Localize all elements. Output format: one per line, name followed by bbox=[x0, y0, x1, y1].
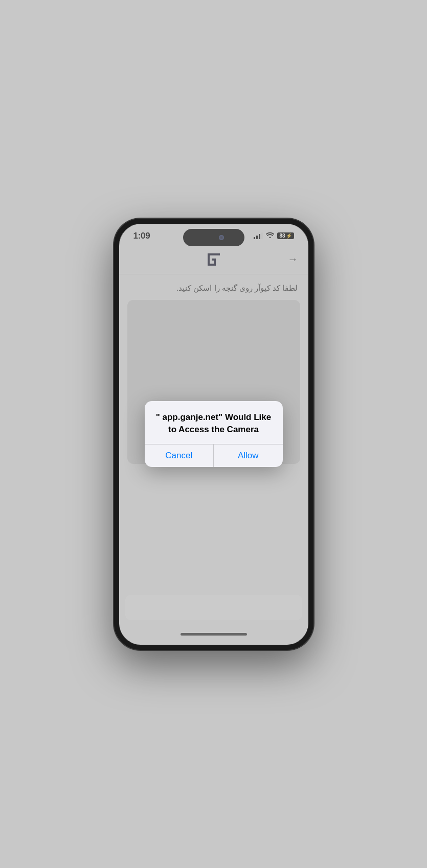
allow-button[interactable]: Allow bbox=[214, 444, 283, 467]
alert-overlay: " app.ganje.net" Would Like to Access th… bbox=[119, 224, 308, 645]
alert-domain: app.ganje.net bbox=[163, 412, 219, 422]
screen: 1:09 8 bbox=[119, 224, 308, 645]
phone-frame: 1:09 8 bbox=[114, 219, 313, 650]
alert-dialog: " app.ganje.net" Would Like to Access th… bbox=[145, 401, 283, 467]
alert-buttons: Cancel Allow bbox=[145, 444, 283, 467]
alert-title-area: " app.ganje.net" Would Like to Access th… bbox=[145, 401, 283, 444]
alert-title: " app.ganje.net" Would Like to Access th… bbox=[153, 411, 275, 436]
cancel-button[interactable]: Cancel bbox=[145, 444, 214, 467]
alert-quote-open: " bbox=[156, 412, 163, 422]
